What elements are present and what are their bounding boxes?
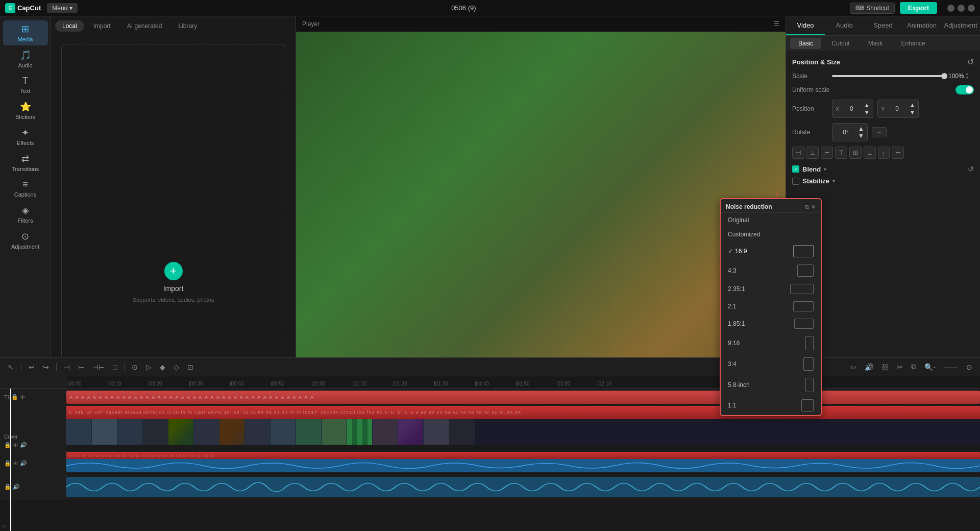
align-right[interactable]: ⊢ — [821, 147, 833, 159]
subtab-enhance[interactable]: Enhance — [893, 38, 933, 49]
crop-btn[interactable]: ⊡ — [185, 361, 196, 373]
noise-option-1-85-1[interactable]: 1.85:1 — [721, 315, 821, 332]
track-lock-audio1[interactable]: 🔒 — [4, 460, 11, 467]
split-left[interactable]: ⊣ — [61, 361, 72, 373]
rotate-field[interactable]: ▲ ▼ — [832, 123, 868, 141]
tab-speed[interactable]: Speed — [864, 16, 902, 35]
record-btn[interactable]: ⊙ — [129, 361, 140, 373]
tab-adjustment[interactable]: Adjustment — [941, 16, 980, 35]
tl-settings[interactable]: ⊙ — [964, 361, 975, 373]
track-eye-audio1[interactable]: 👁 — [13, 461, 18, 467]
tl-copy[interactable]: ⧉ — [909, 361, 919, 373]
position-y-field[interactable]: Y ▲ ▼ — [877, 100, 919, 118]
cursor-tool[interactable]: ↖ — [5, 361, 16, 373]
menu-button[interactable]: Menu ▾ — [47, 3, 77, 13]
audio1-wave[interactable] — [66, 459, 980, 472]
split-both[interactable]: ⊣⊢ — [90, 361, 107, 373]
tab-audio[interactable]: Audio — [825, 16, 864, 35]
noise-option-original[interactable]: Original — [721, 213, 821, 227]
align-center-v[interactable]: ⊞ — [849, 147, 862, 159]
track-mute-audio1[interactable]: 🔊 — [20, 460, 27, 467]
tl-audio-link[interactable]: 🔊 — [862, 361, 876, 373]
sidebar-item-text[interactable]: T Text — [3, 73, 48, 97]
split-right[interactable]: ⊢ — [76, 361, 87, 373]
redo-button[interactable]: ↪ — [40, 361, 52, 373]
sidebar-item-effects[interactable]: ✦ Effects — [3, 124, 48, 149]
text-strip[interactable]: A A A A A A A A A A A A A A A A A A A A … — [66, 391, 980, 404]
subtab-cutout[interactable]: Cutout — [823, 38, 857, 49]
rotate-up[interactable]: ▲ — [858, 125, 864, 132]
sidebar-item-stickers[interactable]: ⭐ Stickers — [3, 98, 48, 123]
close-button[interactable] — [968, 5, 975, 12]
delete-btn[interactable]: □ — [110, 361, 119, 373]
position-y-input[interactable] — [887, 105, 908, 112]
noise-option-9-16[interactable]: 9:16 — [721, 332, 821, 354]
blend-reset-button[interactable]: ↺ — [968, 165, 974, 173]
motion-btn[interactable]: ◇ — [171, 361, 182, 373]
sidebar-item-captions[interactable]: ≡ Captions — [3, 176, 48, 201]
export-button[interactable]: Export — [900, 2, 937, 14]
sidebar-item-media[interactable]: ⊞ Media — [3, 20, 48, 45]
tab-video[interactable]: Video — [786, 16, 825, 35]
tl-link-left[interactable]: ⇦ — [848, 361, 859, 373]
noise-option-1-1[interactable]: 1:1 — [721, 396, 821, 415]
track-eye-video[interactable]: 👁 — [13, 442, 18, 448]
track-lock-video[interactable]: 🔒 — [4, 442, 11, 448]
media-tab-ai[interactable]: AI generated — [120, 20, 169, 32]
noise-option-4-3[interactable]: 4:3 — [721, 261, 821, 280]
stabilize-checkbox[interactable] — [792, 178, 799, 185]
subtab-mask[interactable]: Mask — [860, 38, 891, 49]
tl-zoom-out[interactable]: 🔍- — [922, 361, 938, 373]
pos-y-down[interactable]: ▼ — [910, 109, 916, 116]
pos-x-down[interactable]: ▼ — [864, 109, 870, 116]
shortcut-button[interactable]: ⌨ Shortcut — [850, 3, 895, 14]
audio2-wave-container[interactable] — [66, 477, 980, 497]
minimize-button[interactable] — [947, 5, 954, 12]
play-preview[interactable]: ▷ — [143, 361, 154, 373]
rotate-mirror-button[interactable]: ↔ — [872, 127, 887, 137]
align-left[interactable]: ⊣ — [792, 147, 804, 159]
noise-option-3-4[interactable]: 3:4 — [721, 354, 821, 374]
scale-down[interactable]: ▼ — [965, 76, 969, 80]
align-bottom[interactable]: ⊥ — [864, 147, 876, 159]
pos-x-up[interactable]: ▲ — [864, 102, 870, 109]
position-reset-button[interactable]: ↺ — [967, 57, 974, 67]
align-dist-h[interactable]: ┬ — [878, 147, 890, 159]
undo-button[interactable]: ↩ — [26, 361, 37, 373]
tl-chain[interactable]: ⛓ — [879, 361, 891, 373]
rotate-down[interactable]: ▼ — [858, 132, 864, 139]
track-eye-text[interactable]: 👁 — [20, 394, 26, 400]
sidebar-item-transitions[interactable]: ⇄ Transitions — [3, 150, 48, 175]
sidebar-item-audio[interactable]: 🎵 Audio — [3, 46, 48, 71]
align-center-h[interactable]: ⊥ — [806, 147, 819, 159]
blend-checkbox[interactable]: ✓ — [792, 165, 799, 173]
position-x-field[interactable]: X ▲ ▼ — [832, 100, 873, 118]
track-audio-video[interactable]: 🔊 — [20, 442, 27, 448]
uniform-scale-toggle[interactable] — [955, 85, 974, 94]
tl-split[interactable]: ✂ — [894, 361, 905, 373]
media-tab-import[interactable]: Import — [86, 20, 118, 32]
stabilize-collapse[interactable]: ▾ — [832, 178, 835, 184]
dropdown-close[interactable]: ✕ — [811, 204, 816, 210]
noise-option-customized[interactable]: Customized — [721, 227, 821, 242]
keyframe-btn[interactable]: ◆ — [157, 361, 168, 373]
tl-vol-line[interactable]: —— — [941, 361, 961, 373]
scale-slider[interactable] — [832, 75, 944, 77]
position-x-input[interactable] — [841, 105, 862, 112]
track-lock-text[interactable]: 🔒 — [11, 394, 18, 400]
sidebar-item-filters[interactable]: ◈ Filters — [3, 202, 48, 227]
maximize-button[interactable] — [958, 5, 965, 12]
pos-y-up[interactable]: ▲ — [910, 102, 916, 109]
track-mute-audio2[interactable]: 🔊 — [13, 484, 20, 490]
noise-option-2-35-1[interactable]: 2.35:1 — [721, 280, 821, 298]
media-tab-library[interactable]: Library — [171, 20, 204, 32]
align-dist-v[interactable]: ⊢ — [892, 147, 904, 159]
noise-option-2-1[interactable]: 2:1 — [721, 298, 821, 315]
dropdown-resize[interactable]: ⧉ — [805, 204, 809, 210]
tab-animation[interactable]: Animation — [902, 16, 941, 35]
blend-collapse[interactable]: ▾ — [824, 166, 826, 172]
rotate-input[interactable] — [836, 129, 856, 136]
align-top[interactable]: ⊤ — [835, 147, 847, 159]
sidebar-item-adjustment[interactable]: ⊙ Adjustment — [3, 228, 48, 253]
media-tab-local[interactable]: Local — [55, 20, 84, 32]
